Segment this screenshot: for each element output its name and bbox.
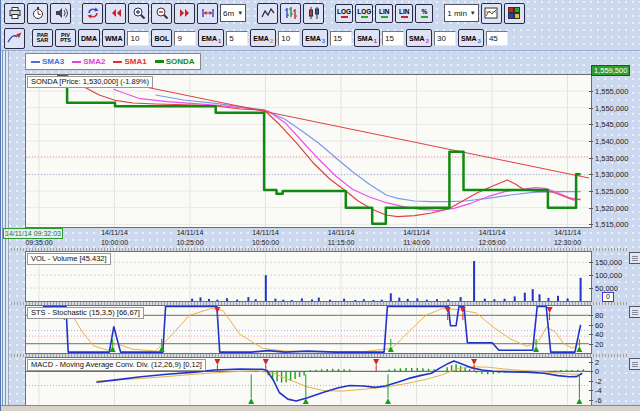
fast-forward-icon [180,9,189,17]
indicator-ema3-button[interactable]: EMA3 [302,29,328,47]
indicator-sma1-button[interactable]: SMA1 [354,29,380,47]
stochastic-panel-menu-icon[interactable] [629,306,640,318]
price-chart[interactable] [25,74,592,228]
axis-tick [589,371,593,372]
stochastic-panel-title: STS - Stochastic (15,3,5) [66,67] [27,307,144,319]
candlestick-chart-type-button[interactable] [303,3,324,24]
time-axis-time: 10:00:00 [87,239,143,246]
indicator-bol-button[interactable]: BOL [151,29,172,47]
legend-item-sma2: SMA2 [72,57,105,66]
axis-tick [589,381,593,382]
panel-splitter[interactable] [11,302,629,305]
price-axis-label: 1,555,000 [595,87,628,96]
ohlc-chart-icon [285,7,297,19]
scroll-left-button[interactable] [105,3,126,24]
indicator-dma-button[interactable]: DMA [78,29,100,47]
legend-item-sma1: SMA1 [113,57,146,66]
time-axis-date: 14/11/14 [238,229,294,236]
macd-axis-label: 0 [595,367,599,376]
indicator-sma2-button[interactable]: SMA2 [406,29,432,47]
volume-panel-title: VOL - Volume [45.432] [27,253,111,265]
time-span-icon [203,9,213,17]
indicator-ema3-period-input[interactable]: 15 [330,31,352,46]
time-axis-date: 14/11/14 [464,229,520,236]
time-axis-time: 12:30:00 [540,239,596,246]
toolbar-main: 6m▼ LOGLOGLINLIN% 1 min▼ [1,0,640,26]
time-axis-date: 14/11/14 [87,229,143,236]
panel-splitter[interactable] [11,354,629,357]
printer-icon [10,8,20,19]
time-axis-time: 12:05:00 [464,239,520,246]
panel-splitter[interactable] [11,248,629,251]
macd-axis-label: 2 [595,358,599,367]
stochastic-axis-label: 60 [595,321,603,330]
line-chart-type-button[interactable] [257,3,278,24]
indicator-sma2-period-input[interactable]: 30 [434,31,456,46]
fast-back-icon [112,9,121,17]
chart-settings-button[interactable] [481,3,502,24]
indicator-sma1-period-input[interactable]: 15 [382,31,404,46]
lin-scale-button-2[interactable]: LIN [375,4,393,23]
interval-dropdown[interactable]: 1 min▼ [444,4,479,22]
volume-panel-menu-icon[interactable] [629,252,640,264]
lin-scale-button-3[interactable]: LIN [395,4,413,23]
sound-button[interactable] [50,3,71,24]
crosshair-time-tag: 14/11/14 09:32:03 [3,228,63,239]
time-axis-date: 14/11/14 [389,229,445,236]
percent-scale-button-4[interactable]: % [415,4,433,23]
macd-axis-label: -2 [595,377,602,386]
scroll-right-button[interactable] [174,3,195,24]
macd-panel-menu-icon[interactable] [629,358,640,370]
indicator-wma-period-input[interactable]: 10 [127,31,149,46]
print-button[interactable] [4,3,25,24]
draw-trendline-icon [8,33,22,43]
toolbar-indicators: PARSARPIVPTSDMAWMA10BOL9EMA15EMA210EMA31… [1,26,640,51]
status-strip [1,405,640,411]
draw-trendline-button[interactable] [4,28,25,49]
price-axis-label: 1,515,000 [595,220,628,229]
zoom-out-button[interactable] [151,3,172,24]
volume-axis-label: 100,000 [595,271,622,280]
indicator-ema2-period-input[interactable]: 10 [278,31,300,46]
indicator-ema1-period-input[interactable]: 5 [226,31,248,46]
indicator-piv-pts-button[interactable]: PIVPTS [55,29,76,47]
refresh-button[interactable] [82,3,103,24]
macd-axis-label: -6 [595,396,602,405]
refresh-icon [87,8,98,19]
time-span-button[interactable] [197,3,218,24]
time-axis-time: 11:40:00 [389,239,445,246]
time-axis-time: 11:15:00 [313,239,369,246]
timer-button[interactable] [27,3,48,24]
axis-tick [589,91,593,92]
time-axis-time: 10:25:00 [162,239,218,246]
axis-tick [589,158,593,159]
indicator-par-sar-button[interactable]: PARSAR [32,29,53,47]
indicator-button-group: PARSARPIVPTSDMAWMA10BOL9EMA15EMA210EMA31… [32,29,508,47]
indicator-sma3-button[interactable]: SMA3 [458,29,484,47]
indicator-bol-period-input[interactable]: 9 [174,31,196,46]
price-axis-label: 1,550,000 [595,104,628,113]
indicator-ema2-button[interactable]: EMA2 [250,29,276,47]
chevron-down-icon: ▼ [470,10,476,16]
axis-tick [589,315,593,316]
price-axis-label: 1,530,000 [595,170,628,179]
axis-tick [589,141,593,142]
axis-tick [589,262,593,263]
macd-panel-title: MACD - Moving Average Conv. Div. (12,26,… [27,359,206,371]
axis-tick [589,334,593,335]
time-axis-time: 10:50:00 [238,239,294,246]
period-dropdown[interactable]: 6m▼ [220,4,246,22]
stopwatch-icon [33,7,42,19]
indicator-wma-button[interactable]: WMA [102,29,126,47]
candlestick-chart-icon [309,7,318,19]
indicator-sma3-period-input[interactable]: 45 [486,31,508,46]
zoom-in-button[interactable] [128,3,149,24]
chart-settings-icon [485,8,497,18]
log-scale-button-1[interactable]: LOG [355,4,373,23]
stochastic-axis-label: 80 [595,311,603,320]
log-scale-button-0[interactable]: LOG [335,4,353,23]
ohlc-chart-type-button[interactable] [280,3,301,24]
indicator-ema1-button[interactable]: EMA1 [198,29,224,47]
colors-button[interactable] [504,3,525,24]
axis-tick [589,108,593,109]
